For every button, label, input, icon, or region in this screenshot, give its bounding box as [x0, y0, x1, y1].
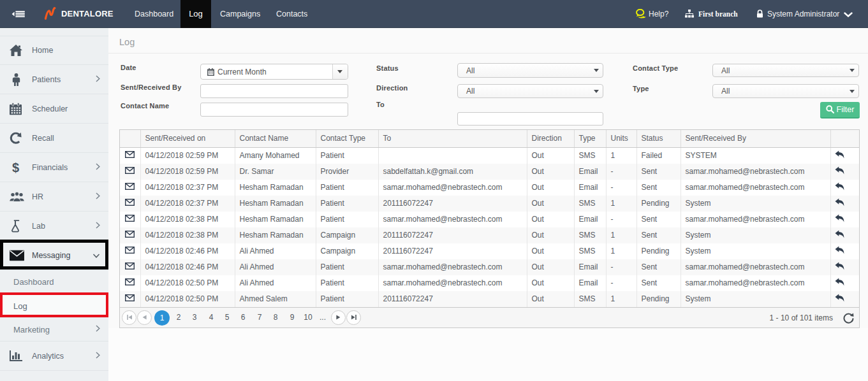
- svg-text:$: $: [12, 161, 19, 174]
